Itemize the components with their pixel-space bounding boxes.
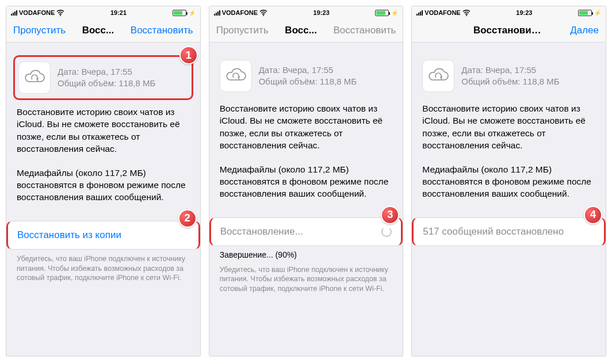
backup-date: Дата: Вчера, 17:55 xyxy=(58,66,155,78)
battery-icon xyxy=(578,10,592,16)
carrier-label: VODAFONE xyxy=(222,9,258,16)
signal-icon xyxy=(416,10,423,16)
backup-size: Общий объём: 118,8 МБ xyxy=(259,76,357,87)
battery-icon xyxy=(375,10,389,16)
nav-bar: ПропуститьВосс...Восстановить xyxy=(6,19,200,43)
backup-card[interactable]: Дата: Вчера, 17:55Общий объём: 118,8 МБ xyxy=(13,55,193,100)
svg-point-0 xyxy=(60,15,61,16)
status-time: 19:21 xyxy=(110,9,127,16)
signal-icon xyxy=(214,10,220,16)
restore-description-2: Медиафайлы (около 117,2 МБ) восстановятс… xyxy=(6,167,200,204)
restore-action-cell[interactable]: Восстановить из копии xyxy=(6,221,200,250)
backup-size: Общий объём: 118,8 МБ xyxy=(461,76,559,87)
restore-help-text: Убедитесь, что ваш iPhone подключен к ис… xyxy=(6,250,200,283)
charging-icon: ⚡ xyxy=(391,10,398,16)
backup-card[interactable]: Дата: Вчера, 17:55Общий объём: 118,8 МБ xyxy=(216,55,396,97)
backup-card[interactable]: Дата: Вчера, 17:55Общий объём: 118,8 МБ xyxy=(419,55,599,97)
step-badge: 1 xyxy=(179,46,198,64)
restore-progress-text: Завершение... (90%) xyxy=(209,246,403,260)
step-badge: 4 xyxy=(584,206,602,224)
battery-icon xyxy=(173,10,186,16)
charging-icon: ⚡ xyxy=(189,10,196,16)
nav-bar: ПропуститьВосс...Восстановить xyxy=(209,19,403,43)
backup-size: Общий объём: 118,8 МБ xyxy=(58,78,155,89)
backup-date: Дата: Вчера, 17:55 xyxy=(461,64,559,76)
phone-screen: VODAFONE19:23⚡ПропуститьВосс...Восстанов… xyxy=(209,6,404,357)
nav-skip-button[interactable]: Пропустить xyxy=(13,25,66,36)
phone-screen: VODAFONE19:23⚡Восстановить из iCloudДале… xyxy=(411,6,606,357)
restore-help-text: Убедитесь, что ваш iPhone подключен к ис… xyxy=(209,260,403,294)
nav-restore-button[interactable]: Восстановить xyxy=(131,25,193,36)
icloud-backup-icon xyxy=(422,60,454,92)
status-time: 19:23 xyxy=(516,9,532,16)
icloud-backup-icon xyxy=(220,60,252,92)
charging-icon: ⚡ xyxy=(594,10,601,16)
carrier-label: VODAFONE xyxy=(19,9,55,16)
wifi-icon xyxy=(462,10,471,16)
step-badge: 2 xyxy=(178,209,197,228)
wifi-icon xyxy=(56,10,64,16)
svg-point-1 xyxy=(263,15,264,16)
restore-action-cell: Восстановление... xyxy=(209,217,403,246)
status-time: 19:23 xyxy=(313,9,330,16)
nav-title: Восстановить из iCloud xyxy=(473,25,544,36)
restore-description-2: Медиафайлы (около 117,2 МБ) восстановятс… xyxy=(412,163,606,200)
restore-description-2: Медиафайлы (около 117,2 МБ) восстановятс… xyxy=(209,163,403,200)
status-bar: VODAFONE19:23⚡ xyxy=(209,6,403,19)
wifi-icon xyxy=(259,10,267,16)
phone-screen: VODAFONE19:21⚡ПропуститьВосс...Восстанов… xyxy=(6,6,201,357)
nav-title: Восс... xyxy=(269,25,334,36)
nav-restore-button: Восстановить xyxy=(333,25,396,36)
backup-date: Дата: Вчера, 17:55 xyxy=(259,64,357,76)
nav-skip-button: Пропустить xyxy=(216,25,269,36)
status-bar: VODAFONE19:21⚡ xyxy=(6,6,200,19)
nav-bar: Восстановить из iCloudДалее xyxy=(412,19,606,43)
restore-action-label: Восстановление... xyxy=(220,226,303,237)
status-bar: VODAFONE19:23⚡ xyxy=(412,6,606,19)
restore-description-1: Восстановите историю своих чатов из iClo… xyxy=(6,106,200,155)
signal-icon xyxy=(11,10,17,16)
nav-title: Восс... xyxy=(66,25,131,36)
restore-action-cell: 517 сообщений восстановлено xyxy=(412,217,606,246)
restore-action-label: 517 сообщений восстановлено xyxy=(423,226,564,237)
spinner-icon xyxy=(381,227,392,237)
nav-restore-button[interactable]: Далее xyxy=(570,25,599,36)
icloud-backup-icon xyxy=(18,62,51,94)
restore-action-label: Восстановить из копии xyxy=(17,229,121,241)
svg-point-2 xyxy=(466,15,467,16)
restore-description-1: Восстановите историю своих чатов из iClo… xyxy=(209,102,403,152)
carrier-label: VODAFONE xyxy=(424,9,460,16)
restore-description-1: Восстановите историю своих чатов из iClo… xyxy=(412,102,606,152)
step-badge: 3 xyxy=(381,206,399,224)
